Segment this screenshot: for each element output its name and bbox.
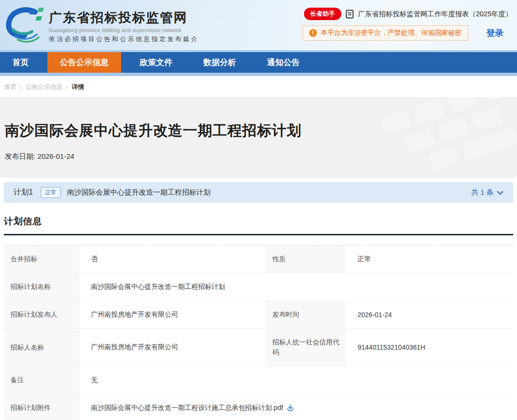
section-header: 计划信息 [4,215,513,235]
plan-banner-title: 南沙国际会展中心提升改造一期工程招标计划 [67,188,211,197]
page-title: 南沙国际会展中心提升改造一期工程招标计划 [5,121,517,141]
publish-date: 发布日期: 2026-01-24 [5,152,517,161]
breadcrumb-separator-icon: › [20,84,22,91]
nav-band: 首页 公告公示信息 政策文件 数据分析 通知公告 [0,50,517,76]
page: 广东省招标投标监管网 Guangdong province bidding an… [0,0,517,420]
attachment-filename[interactable]: 南沙国际会展中心提升改造一期工程设计施工总承包招标计划.pdf [91,404,283,412]
plan-number: 计划1 [13,188,33,198]
field-value: 广州南投房地产开发有限公司 [80,329,266,366]
site-header: 广东省招标投标监管网 Guangdong province bidding an… [0,0,517,50]
nav-item-policy[interactable]: 政策文件 [127,52,185,73]
field-value: 91440115321040361H [347,329,513,366]
field-value: 否 [80,245,266,273]
breadcrumb-current: 详情 [72,83,84,91]
field-value: 广州南投房地产开发有限公司 [80,301,266,328]
plan-count-toggle[interactable]: 共 1 条 [471,188,504,197]
field-value: 无 [80,366,513,394]
security-notice-text: 本平台为非涉密平台，严禁处理、传输国家秘密 [321,29,461,37]
table-row: 招标计划附件 南沙国际会展中心提升改造一期工程设计施工总承包招标计划.pdf [4,394,513,420]
plan-info-table: 合并招标 否 性质 正常 招标计划名称 南沙国际会展中心提升改造一期工程招标计划… [4,245,513,420]
brand: 广东省招标投标监管网 Guangdong province bidding an… [0,0,199,50]
publish-date-value: 2026-01-24 [37,152,74,160]
login-button[interactable]: 登录 [486,27,504,39]
field-label: 招标人名称 [4,329,80,366]
field-value: 正常 [347,245,513,273]
header-links-row: 长者助手 广东省招标投标监管网工作年度报表（2025年度） [304,8,512,20]
field-label: 合并招标 [4,245,80,273]
section-title: 计划信息 [4,216,42,226]
security-notice: ! 本平台为非涉密平台，严禁处理、传输国家秘密 [303,25,468,41]
publish-date-label: 发布日期: [5,152,35,160]
status-badge: 正常 [41,187,61,198]
breadcrumb-home[interactable]: 首页 [4,83,17,91]
plan-count-label: 共 1 条 [471,188,494,197]
report-doc-icon [346,10,354,19]
field-label: 发布时间 [266,301,347,328]
main-nav: 首页 公告公示信息 政策文件 数据分析 通知公告 [0,52,517,73]
brand-text: 广东省招标投标监管网 Guangdong province bidding an… [49,9,199,44]
breadcrumb: 首页 › 公告公示信息 › 详情 [0,76,517,97]
breadcrumb-announcements[interactable]: 公告公示信息 [25,83,63,91]
site-name: 广东省招标投标监管网 [49,9,199,26]
field-label: 性质 [266,245,347,273]
table-row: 招标计划名称 南沙国际会展中心提升改造一期工程招标计划 [4,273,513,301]
header-notice-row: ! 本平台为非涉密平台，严禁处理、传输国家秘密 登录 [303,25,512,41]
table-row: 招标计划发布人 广州南投房地产开发有限公司 发布时间 2026-01-24 [4,301,513,329]
attachment-cell: 南沙国际会展中心提升改造一期工程设计施工总承包招标计划.pdf [80,394,513,420]
warning-icon: ! [309,29,317,37]
site-logo-icon [2,5,48,46]
field-label: 备注 [4,366,80,394]
nav-item-announcements[interactable]: 公告公示信息 [47,52,121,73]
chevron-down-icon [497,188,504,197]
field-label: 招标计划发布人 [4,301,80,328]
download-icon[interactable] [287,404,294,411]
annual-report-link[interactable]: 广东省招标投标监管网工作年度报表（2025年度） [358,10,512,19]
site-name-en: Guangdong province bidding and supervisi… [49,27,199,33]
header-right: 长者助手 广东省招标投标监管网工作年度报表（2025年度） ! 本平台为非涉密平… [303,0,517,50]
field-value: 南沙国际会展中心提升改造一期工程招标计划 [80,273,513,300]
nav-item-data-analysis[interactable]: 数据分析 [191,52,248,73]
field-label: 招标人统一社会信用代码 [266,329,347,366]
breadcrumb-separator-icon: › [66,84,68,91]
table-row: 招标人名称 广州南投房地产开发有限公司 招标人统一社会信用代码 91440115… [4,329,513,366]
nav-item-home[interactable]: 首页 [0,52,41,73]
elder-assist-button[interactable]: 长者助手 [304,8,341,20]
field-label: 招标计划附件 [4,394,80,420]
table-row: 备注 无 [4,366,513,394]
field-label: 招标计划名称 [4,273,80,300]
site-slogan: 依法必招项目公告和公示信息指定发布媒介 [49,35,199,44]
field-value: 2026-01-24 [347,301,513,328]
nav-item-notices[interactable]: 通知公告 [255,52,312,73]
plan-banner: 计划1 正常 南沙国际会展中心提升改造一期工程招标计划 共 1 条 [4,182,513,203]
table-row: 合并招标 否 性质 正常 [4,245,513,273]
detail-hero: 南沙国际会展中心提升改造一期工程招标计划 发布日期: 2026-01-24 [0,97,517,177]
